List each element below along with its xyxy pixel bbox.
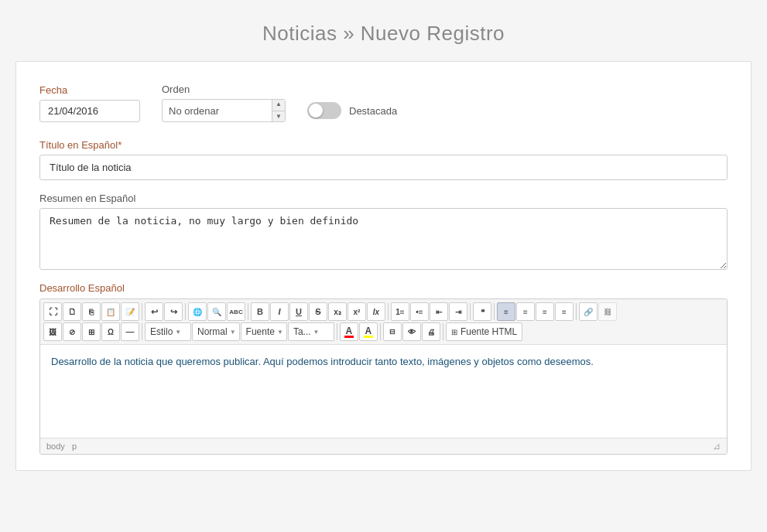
format-dropdown-label: Normal bbox=[197, 326, 228, 337]
size-dropdown-arrow: ▼ bbox=[313, 329, 320, 336]
page-title: Noticias » Nuevo Registro bbox=[0, 0, 767, 61]
paste-icon[interactable]: 📋 bbox=[101, 302, 120, 321]
editor-content[interactable]: Desarrollo de la noticia que queremos pu… bbox=[40, 345, 727, 438]
spinner-up-btn[interactable]: ▲ bbox=[272, 99, 285, 111]
destacada-toggle[interactable] bbox=[307, 102, 341, 119]
format-dropdown-arrow: ▼ bbox=[230, 329, 236, 336]
font-dropdown[interactable]: Fuente ▼ bbox=[241, 322, 287, 341]
editor-wrapper: ⛶ 🗋 ⎘ 📋 📝 ↩ ↪ 🌐 🔍 ABC B I U S bbox=[39, 298, 728, 455]
sep-8 bbox=[142, 323, 142, 340]
image-icon[interactable]: 🖼 bbox=[43, 322, 62, 341]
find-replace-icon[interactable]: 🔍 bbox=[207, 302, 226, 321]
sep-1 bbox=[142, 303, 142, 320]
redo-icon[interactable]: ↪ bbox=[164, 302, 183, 321]
destacada-wrapper: Destacada bbox=[307, 102, 397, 119]
special-char-icon[interactable]: Ω bbox=[101, 322, 120, 341]
a-label: A bbox=[346, 326, 353, 336]
style-dropdown-label: Estilo bbox=[150, 326, 173, 337]
print-icon[interactable]: 🖨 bbox=[422, 322, 440, 341]
underline-icon[interactable]: U bbox=[289, 302, 308, 321]
blockquote-icon[interactable]: ❝ bbox=[473, 302, 491, 321]
statusbar-p: p bbox=[72, 442, 77, 451]
size-dropdown[interactable]: Ta... ▼ bbox=[288, 322, 334, 341]
fuente-html-label: Fuente HTML bbox=[461, 326, 517, 337]
desarrollo-label: Desarrollo Español bbox=[39, 282, 728, 294]
align-center-icon[interactable]: ≡ bbox=[516, 302, 535, 321]
show-blocks-icon[interactable]: ⊟ bbox=[383, 322, 402, 341]
sep-11 bbox=[443, 323, 443, 340]
toggle-knob bbox=[309, 104, 323, 118]
italic-icon[interactable]: I bbox=[270, 302, 289, 321]
sep-6 bbox=[494, 303, 495, 320]
editor-statusbar: body p ⊿ bbox=[40, 438, 727, 454]
statusbar-body: body bbox=[46, 442, 65, 451]
subscript-icon[interactable]: x₂ bbox=[328, 302, 347, 321]
unordered-list-icon[interactable]: •≡ bbox=[410, 302, 429, 321]
undo-icon[interactable]: ↩ bbox=[145, 302, 163, 321]
titulo-input[interactable] bbox=[39, 155, 728, 180]
color-bar bbox=[344, 336, 354, 338]
statusbar-tags: body p bbox=[46, 442, 77, 451]
sep-10 bbox=[380, 323, 381, 340]
orden-select[interactable]: No ordenar Ascendente Descendente bbox=[163, 100, 272, 121]
toolbar-row-1: ⛶ 🗋 ⎘ 📋 📝 ↩ ↪ 🌐 🔍 ABC B I U S bbox=[43, 302, 724, 321]
style-dropdown[interactable]: Estilo ▼ bbox=[145, 322, 191, 341]
align-right-icon[interactable]: ≡ bbox=[536, 302, 554, 321]
font-dropdown-arrow: ▼ bbox=[277, 329, 283, 336]
desarrollo-section: Desarrollo Español ⛶ 🗋 ⎘ 📋 📝 ↩ ↪ 🌐 🔍 ABC bbox=[39, 282, 728, 455]
superscript-icon[interactable]: x² bbox=[348, 302, 366, 321]
style-dropdown-arrow: ▼ bbox=[175, 329, 181, 336]
sep-9 bbox=[337, 323, 337, 340]
link-icon[interactable]: 🔗 bbox=[579, 302, 598, 321]
fuente-html-btn[interactable]: ⊞ Fuente HTML bbox=[446, 322, 522, 341]
media-icon[interactable]: ⊘ bbox=[63, 322, 81, 341]
resumen-field-group: Resumen en Español Resumen de la noticia… bbox=[39, 193, 728, 270]
sep-7 bbox=[576, 303, 577, 320]
fecha-field-group: Fecha bbox=[39, 84, 140, 122]
orden-field-group: Orden No ordenar Ascendente Descendente … bbox=[162, 84, 286, 122]
spellcheck-icon[interactable]: 🌐 bbox=[188, 302, 207, 321]
sep-5 bbox=[470, 303, 471, 320]
destacada-label: Destacada bbox=[349, 105, 397, 117]
spinner-down-btn[interactable]: ▼ bbox=[272, 111, 285, 123]
unlink-icon[interactable]: ⛓ bbox=[598, 302, 617, 321]
size-dropdown-label: Ta... bbox=[293, 326, 311, 337]
table-icon[interactable]: ⊞ bbox=[82, 322, 101, 341]
bold-icon[interactable]: B bbox=[251, 302, 269, 321]
resumen-textarea[interactable]: Resumen de la noticia, no muy largo y bi… bbox=[39, 208, 728, 270]
sep-3 bbox=[248, 303, 248, 320]
strikethrough-icon[interactable]: S bbox=[309, 302, 327, 321]
outdent-icon[interactable]: ⇤ bbox=[430, 302, 448, 321]
preview-icon[interactable]: 👁 bbox=[402, 322, 421, 341]
fullscreen-icon[interactable]: ⛶ bbox=[43, 302, 62, 321]
font-color-icon[interactable]: A bbox=[340, 322, 358, 341]
sep-2 bbox=[185, 303, 186, 320]
fecha-input[interactable] bbox=[39, 100, 140, 122]
editor-toolbar: ⛶ 🗋 ⎘ 📋 📝 ↩ ↪ 🌐 🔍 ABC B I U S bbox=[40, 299, 727, 345]
copy-icon[interactable]: ⎘ bbox=[82, 302, 101, 321]
fecha-label: Fecha bbox=[39, 84, 140, 96]
orden-spinner: ▲ ▼ bbox=[272, 99, 285, 122]
highlight-bar bbox=[364, 336, 373, 338]
sep-4 bbox=[388, 303, 389, 320]
ordered-list-icon[interactable]: 1≡ bbox=[391, 302, 409, 321]
highlight-color-icon[interactable]: A bbox=[359, 322, 378, 341]
new-doc-icon[interactable]: 🗋 bbox=[63, 302, 81, 321]
titulo-label: Título en Español* bbox=[39, 139, 728, 151]
code-icon: ⊞ bbox=[451, 328, 457, 336]
paste-text-icon[interactable]: 📝 bbox=[121, 302, 139, 321]
a-highlight-label: A bbox=[365, 326, 372, 336]
spellcheck2-icon[interactable]: ABC bbox=[227, 302, 245, 321]
form-container: Fecha Orden No ordenar Ascendente Descen… bbox=[15, 61, 752, 471]
orden-select-wrapper: No ordenar Ascendente Descendente ▲ ▼ bbox=[162, 99, 286, 122]
resize-handle: ⊿ bbox=[713, 441, 721, 452]
format-dropdown[interactable]: Normal ▼ bbox=[192, 322, 240, 341]
hr-icon[interactable]: — bbox=[121, 322, 139, 341]
font-dropdown-label: Fuente bbox=[246, 326, 275, 337]
orden-label: Orden bbox=[162, 84, 286, 95]
align-left-icon[interactable]: ≡ bbox=[497, 302, 515, 321]
remove-format-icon[interactable]: Ix bbox=[367, 302, 385, 321]
indent-icon[interactable]: ⇥ bbox=[449, 302, 467, 321]
align-justify-icon[interactable]: ≡ bbox=[555, 302, 574, 321]
resumen-label: Resumen en Español bbox=[39, 193, 728, 204]
